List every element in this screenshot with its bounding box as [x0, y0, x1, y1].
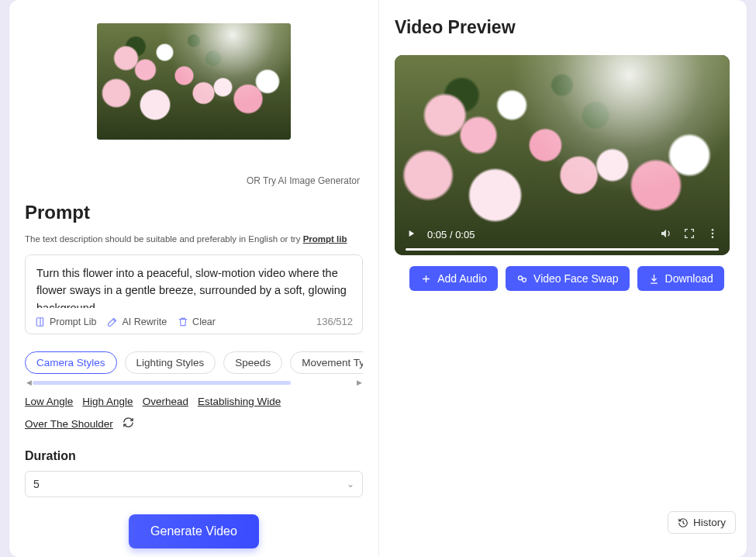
ai-image-generator-link[interactable]: AI Image Generator: [278, 175, 360, 186]
prompt-lib-button[interactable]: Prompt Lib: [35, 317, 96, 327]
fullscreen-icon: [683, 227, 696, 240]
style-option-over-the-shoulder[interactable]: Over The Shoulder: [25, 418, 113, 430]
scroll-thumb[interactable]: [33, 381, 291, 385]
video-preview-heading: Video Preview: [395, 17, 739, 38]
tag-category-scroller: Camera StylesLighting StylesSpeedsMoveme…: [25, 351, 363, 385]
prompt-lib-link[interactable]: Prompt lib: [303, 234, 347, 244]
face-swap-button[interactable]: Video Face Swap: [506, 266, 629, 291]
download-label: Download: [665, 272, 713, 285]
tag-speeds[interactable]: Speeds: [223, 351, 282, 374]
scroll-right-arrow[interactable]: ▶: [355, 379, 363, 386]
style-option-high-angle[interactable]: High Angle: [82, 396, 133, 407]
svg-point-1: [712, 233, 714, 235]
volume-icon: [660, 227, 672, 240]
scroll-left-arrow[interactable]: ◀: [25, 379, 33, 386]
input-image-thumbnail[interactable]: [97, 23, 291, 140]
volume-button[interactable]: [660, 227, 672, 242]
refresh-options-button[interactable]: [123, 417, 134, 431]
app-card: OR Try AI Image Generator Prompt The tex…: [9, 0, 747, 557]
play-icon: [406, 228, 416, 239]
tag-movement-types[interactable]: Movement Types: [290, 351, 363, 374]
prompt-toolbar: Prompt Lib AI Rewrite Clear 136/512: [26, 311, 362, 334]
tag-camera-styles[interactable]: Camera Styles: [25, 351, 117, 374]
refresh-icon: [123, 417, 134, 428]
style-option-low-angle[interactable]: Low Angle: [25, 396, 73, 407]
prompt-textarea[interactable]: [26, 255, 362, 308]
left-pane: OR Try AI Image Generator Prompt The tex…: [9, 0, 379, 557]
history-label: History: [693, 517, 726, 528]
more-button[interactable]: [706, 227, 719, 242]
face-swap-icon: [516, 273, 528, 285]
prompt-heading: Prompt: [25, 202, 363, 223]
right-pane: Video Preview 0:05 / 0:05: [379, 0, 747, 557]
sub-option-row: Low AngleHigh AngleOverheadEstablishing …: [25, 396, 363, 431]
tag-row: Camera StylesLighting StylesSpeedsMoveme…: [25, 351, 363, 374]
svg-point-2: [712, 236, 714, 238]
download-button[interactable]: Download: [637, 266, 724, 291]
clear-button[interactable]: Clear: [178, 317, 216, 327]
or-try-row: OR Try AI Image Generator: [25, 175, 363, 186]
thumbnail-container: [25, 23, 363, 143]
svg-point-3: [519, 275, 523, 279]
or-try-prefix: OR Try: [247, 175, 278, 186]
ai-rewrite-button[interactable]: AI Rewrite: [107, 317, 167, 327]
prompt-help-text: The text description should be suitable …: [25, 234, 363, 244]
duration-heading: Duration: [25, 449, 363, 463]
style-option-establishing-wide[interactable]: Establishing Wide: [198, 396, 281, 407]
tag-scrollbar[interactable]: ◀ ▶: [25, 380, 363, 385]
video-player[interactable]: 0:05 / 0:05: [395, 55, 730, 255]
preview-actions: Add Audio Video Face Swap Download: [395, 266, 739, 291]
duration-select[interactable]: 5 ⌄: [25, 471, 363, 497]
video-controls: 0:05 / 0:05: [395, 221, 730, 255]
prompt-lib-label: Prompt Lib: [50, 317, 96, 327]
play-button[interactable]: [406, 228, 416, 241]
char-count: 136/512: [316, 316, 353, 327]
svg-point-0: [712, 229, 714, 231]
video-progress-bar[interactable]: [406, 248, 719, 251]
tag-lighting-styles[interactable]: Lighting Styles: [125, 351, 216, 374]
chevron-down-icon: ⌄: [347, 479, 354, 490]
trash-icon: [178, 317, 188, 327]
duration-value: 5: [33, 478, 40, 490]
history-button[interactable]: History: [668, 511, 736, 534]
ai-rewrite-label: AI Rewrite: [122, 317, 167, 327]
video-progress-fill: [406, 248, 719, 251]
prompt-box: Prompt Lib AI Rewrite Clear 136/512: [25, 254, 363, 334]
scroll-track: [33, 381, 355, 385]
flower-image: [97, 23, 291, 140]
face-swap-label: Video Face Swap: [533, 272, 618, 285]
add-audio-label: Add Audio: [437, 272, 487, 285]
history-icon: [678, 517, 689, 528]
more-vertical-icon: [706, 227, 719, 240]
plus-icon: [420, 273, 432, 285]
add-audio-button[interactable]: Add Audio: [409, 266, 498, 291]
prompt-help-prefix: The text description should be suitable …: [25, 234, 303, 244]
book-icon: [35, 317, 46, 327]
download-icon: [648, 273, 660, 285]
style-option-overhead[interactable]: Overhead: [143, 396, 188, 407]
svg-point-4: [523, 278, 526, 282]
video-time: 0:05 / 0:05: [427, 229, 475, 240]
wand-icon: [107, 317, 118, 327]
clear-label: Clear: [192, 317, 216, 327]
fullscreen-button[interactable]: [683, 227, 696, 242]
generate-video-button[interactable]: Generate Video: [129, 514, 259, 548]
